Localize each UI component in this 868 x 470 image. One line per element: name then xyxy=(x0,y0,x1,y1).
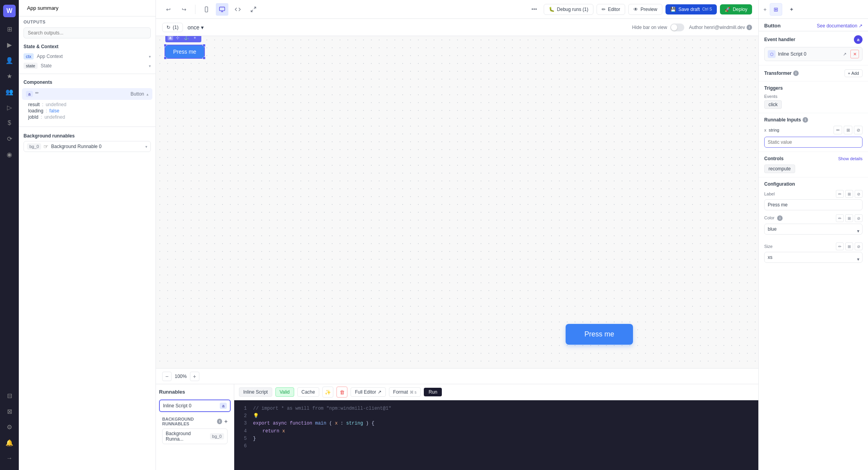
more-options-button[interactable]: ••• xyxy=(528,3,541,16)
size-edit-button[interactable]: ✏ xyxy=(836,242,844,250)
button-on-canvas[interactable]: a ⊹ ⚓ + Press me xyxy=(165,45,204,58)
nav-runs-icon[interactable]: ▶ xyxy=(2,38,16,52)
nav-dollar-icon[interactable]: $ xyxy=(2,116,16,130)
add-transformer-button[interactable]: + Add xyxy=(844,69,863,77)
zoom-out-button[interactable]: − xyxy=(162,372,172,381)
code-line-5: 5 } xyxy=(241,435,752,443)
state-badge: state xyxy=(24,63,38,69)
edit-input-button[interactable]: ✏ xyxy=(834,126,842,134)
svg-rect-1 xyxy=(219,7,224,11)
bg-runnables-add-icon[interactable]: + xyxy=(224,418,228,425)
preview-press-me-button[interactable]: Press me xyxy=(566,324,633,345)
ctx-badge: ctx xyxy=(24,53,34,60)
search-outputs-input[interactable] xyxy=(24,27,151,38)
undo-button[interactable]: ↩ xyxy=(162,3,175,16)
pencil-icon[interactable]: ✏ xyxy=(35,90,42,98)
inline-script-item[interactable]: Inline Script 0 a xyxy=(159,400,231,412)
deploy-icon: 🚀 xyxy=(725,7,731,12)
state-row[interactable]: state State ▾ xyxy=(19,61,156,70)
size-expand-button[interactable]: ⊞ xyxy=(845,242,853,250)
desktop-view-button[interactable] xyxy=(216,3,228,16)
mobile-view-button[interactable] xyxy=(200,3,213,16)
nav-apps-icon[interactable]: ⊠ xyxy=(2,404,16,418)
nav-variables-icon[interactable]: 👤 xyxy=(2,53,16,67)
nav-alert-icon[interactable]: 🔔 xyxy=(2,436,16,450)
bg-runnable-item[interactable]: bg_0 ☞ Background Runnable 0 ▾ xyxy=(24,141,151,152)
valid-tab[interactable]: Valid xyxy=(275,387,294,397)
color-expand-button[interactable]: ⊞ xyxy=(845,214,853,222)
nav-flows-icon[interactable]: ⟳ xyxy=(2,132,16,146)
refresh-button[interactable]: ↻ (1) xyxy=(162,23,183,32)
nav-grid-icon[interactable]: ⊟ xyxy=(2,389,16,403)
fullscreen-button[interactable] xyxy=(247,3,260,16)
component-type-label: Button xyxy=(130,91,144,97)
save-draft-button[interactable]: 💾 Save draft Ctrl S xyxy=(665,4,717,14)
hide-bar-toggle[interactable] xyxy=(670,24,684,31)
author-label: Author henri@windmill.dev xyxy=(689,25,745,30)
inline-script-list-item[interactable]: ⬡ Inline Script 0 ↗ ✕ xyxy=(764,47,863,61)
label-disconnect-button[interactable]: ⊘ xyxy=(855,190,863,198)
button-a-badge: a xyxy=(26,91,33,97)
ctx-row[interactable]: ctx App Context ▾ xyxy=(19,52,156,61)
editor-button[interactable]: ✏ Editor xyxy=(597,4,625,15)
nav-resources-icon[interactable]: ★ xyxy=(2,69,16,83)
label-expand-button[interactable]: ⊞ xyxy=(845,190,853,198)
nav-home-icon[interactable]: ⊞ xyxy=(2,22,16,36)
canvas-content[interactable]: a ⊹ ⚓ + Press me Press me xyxy=(156,36,758,368)
expand-input-button[interactable]: ⊞ xyxy=(844,126,852,134)
line-num-4: 4 xyxy=(241,428,247,435)
color-edit-button[interactable]: ✏ xyxy=(836,214,844,222)
label-edit-button[interactable]: ✏ xyxy=(836,190,844,198)
color-disconnect-button[interactable]: ⊘ xyxy=(855,214,863,222)
static-value-input[interactable] xyxy=(764,137,863,148)
components-tab-icon[interactable]: ⊞ xyxy=(770,3,782,16)
label-input[interactable] xyxy=(764,199,863,210)
disconnect-input-button[interactable]: ⊘ xyxy=(854,126,863,134)
label-field-header: Label ✏ ⊞ ⊘ xyxy=(764,190,863,198)
color-select-wrapper: blue red green gray xyxy=(764,224,863,239)
style-tab-icon[interactable]: ✦ xyxy=(785,3,798,16)
full-editor-button[interactable]: Full Editor ↗ xyxy=(351,387,385,397)
code-editor: Inline Script Valid Cache ✨ 🗑 Full Edito… xyxy=(234,384,758,470)
deploy-button[interactable]: 🚀 Deploy xyxy=(720,4,752,14)
once-selector[interactable]: once ▾ xyxy=(188,24,204,31)
preview-button[interactable]: 👁 Preview xyxy=(628,4,662,15)
nav-eye-icon[interactable]: ◉ xyxy=(2,147,16,161)
inline-script-name: Inline Script 0 xyxy=(778,51,838,57)
size-select[interactable]: xs sm md lg xyxy=(764,252,863,263)
app-title-input[interactable] xyxy=(24,3,151,13)
transformer-label: Transformer i xyxy=(764,70,799,76)
inline-script-tab[interactable]: Inline Script xyxy=(239,387,272,397)
code-text-4: return x xyxy=(253,428,285,435)
size-disconnect-button[interactable]: ⊘ xyxy=(855,242,863,250)
plus-icon[interactable]: + xyxy=(763,6,767,13)
run-button[interactable]: Run xyxy=(424,388,442,396)
format-button[interactable]: Format ⌘ s xyxy=(389,387,421,397)
close-script-button[interactable]: ✕ xyxy=(850,50,859,58)
edit-script-button[interactable]: ↗ xyxy=(840,50,849,58)
cache-tab[interactable]: Cache xyxy=(297,387,320,397)
press-me-canvas-button[interactable]: Press me xyxy=(165,45,204,58)
nav-play-icon[interactable]: ▷ xyxy=(2,100,16,114)
move-icon[interactable]: ⊹ xyxy=(174,36,182,42)
nav-forward-icon[interactable]: → xyxy=(2,451,16,465)
delete-button[interactable]: 🗑 xyxy=(336,387,347,398)
show-details-button[interactable]: Show details xyxy=(838,156,863,161)
nav-groups-icon[interactable]: 👥 xyxy=(2,85,16,99)
color-select[interactable]: blue red green gray xyxy=(764,224,863,235)
bg-runnable-list-item[interactable]: Background Runna... bg_0 xyxy=(162,428,228,444)
controls-header: Controls Show details xyxy=(764,156,863,161)
button-component-item[interactable]: a ✏ Button ▴ xyxy=(22,88,152,100)
nav-settings-icon[interactable]: ⚙ xyxy=(2,420,16,434)
divider-1 xyxy=(19,74,156,74)
zoom-in-button[interactable]: + xyxy=(190,372,199,381)
size-field-header: Size ✏ ⊞ ⊘ xyxy=(764,242,863,250)
code-view-button[interactable] xyxy=(231,3,244,16)
debug-runs-button[interactable]: 🐛 Debug runs (1) xyxy=(544,4,593,15)
add-icon[interactable]: + xyxy=(191,36,199,42)
see-docs-link[interactable]: See documentation ↗ xyxy=(817,23,863,29)
anchor-icon[interactable]: ⚓ xyxy=(183,36,190,42)
size-field-label: Size xyxy=(764,244,772,249)
redo-button[interactable]: ↪ xyxy=(178,3,190,16)
magic-wand-button[interactable]: ✨ xyxy=(322,387,333,398)
